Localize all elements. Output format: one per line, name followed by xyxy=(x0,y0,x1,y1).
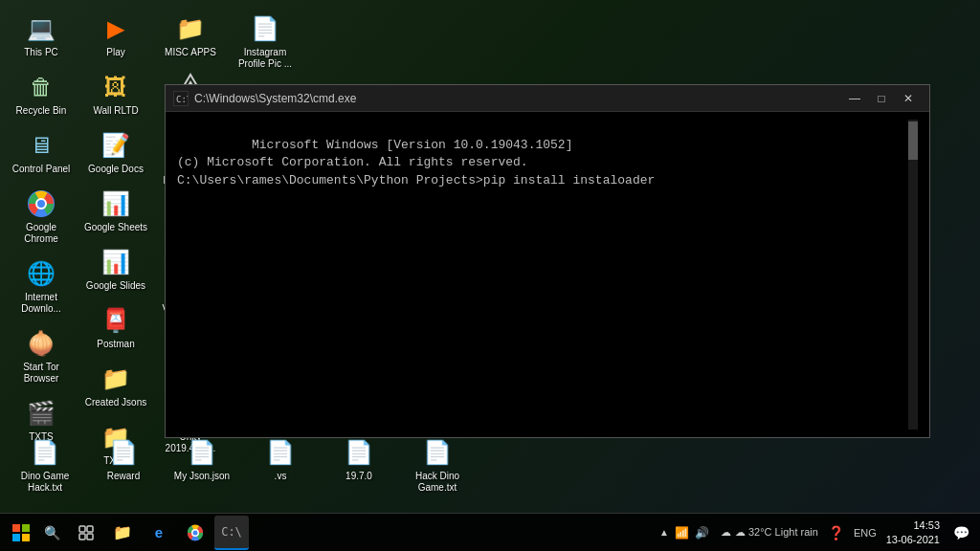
instagram-label: Instagram Profile Pic ... xyxy=(232,47,299,70)
cmd-title-text: C:\Windows\System32\cmd.exe xyxy=(194,92,841,105)
play-label: Play xyxy=(106,47,124,58)
desktop-icon-google-slides[interactable]: 📊 Google Slides xyxy=(78,241,153,298)
misc-apps-label: MISC APPS xyxy=(165,47,216,58)
my-json-label: My Json.json xyxy=(174,471,230,482)
taskbar-help-icon[interactable]: ❓ xyxy=(828,525,844,540)
taskbar-network-icon[interactable]: 📶 xyxy=(675,526,689,540)
desktop-icon-hack-dino[interactable]: 📄 Hack Dino Game.txt xyxy=(400,431,475,499)
start-button[interactable] xyxy=(4,516,38,550)
svg-rect-19 xyxy=(79,534,85,540)
sheets-icon: 📊 xyxy=(100,188,131,219)
desktop-icon-wall-rltd[interactable]: 🖼 Wall RLTD xyxy=(78,66,153,122)
hack-dino-icon: 📄 xyxy=(422,437,453,468)
this-pc-label: This PC xyxy=(24,47,58,58)
desktop-icon-vs[interactable]: 📄 .vs xyxy=(243,431,318,499)
wall-rltd-label: Wall RLTD xyxy=(93,105,138,117)
svg-rect-16 xyxy=(22,534,30,541)
sheets-label: Google Sheets xyxy=(84,222,147,233)
cmd-title-icon: C:\ xyxy=(173,91,189,106)
dino-game-label: Dino Game Hack.txt xyxy=(11,471,78,494)
desktop-icon-google-chrome[interactable]: Google Chrome xyxy=(4,183,78,251)
active-presenter-icon: 🎬 xyxy=(26,398,56,429)
desktop-icon-misc-apps[interactable]: 📁 MISC APPS xyxy=(153,8,228,64)
taskbar-notification-button[interactable]: 💬 xyxy=(949,521,972,544)
desktop-icon-postman[interactable]: 📮 Postman xyxy=(78,299,153,356)
taskbar-file-explorer[interactable]: 📁 xyxy=(105,516,140,550)
taskbar-edge[interactable]: e xyxy=(142,516,176,550)
cmd-titlebar: C:\ C:\Windows\System32\cmd.exe — □ ✕ xyxy=(166,85,929,112)
svg-rect-13 xyxy=(12,524,20,532)
taskbar: 🔍 📁 e xyxy=(0,513,980,551)
slides-icon: 📊 xyxy=(100,247,131,277)
taskbar-cmd[interactable]: C:\ xyxy=(214,516,249,550)
recycle-bin-icon: 🗑 xyxy=(26,72,56,102)
taskbar-pinned-icons: 📁 e C:\ xyxy=(69,516,249,550)
desktop-icon-recycle-bin[interactable]: 🗑 Recycle Bin xyxy=(4,66,78,122)
taskbar-right: ▲ 📶 🔊 ☁ ☁ 32°C Light rain ❓ ENG 14:53 13… xyxy=(659,518,972,546)
taskbar-date: 13-06-2021 xyxy=(886,533,940,546)
desktop-icon-1970[interactable]: 📄 19.7.0 xyxy=(322,431,396,499)
cmd-content: Microsoft Windows [Version 10.0.19043.10… xyxy=(177,120,908,430)
desktop-icon-instagram[interactable]: 📄 Instagram Profile Pic ... xyxy=(228,8,302,76)
cmd-body: Microsoft Windows [Version 10.0.19043.10… xyxy=(166,112,929,437)
postman-icon: 📮 xyxy=(100,305,131,336)
internet-download-icon: 🌐 xyxy=(26,258,56,289)
svg-rect-18 xyxy=(87,526,93,532)
taskbar-task-view[interactable] xyxy=(69,516,103,550)
cmd-maximize-button[interactable]: □ xyxy=(868,85,895,112)
svg-point-23 xyxy=(193,530,198,535)
cmd-output: Microsoft Windows [Version 10.0.19043.10… xyxy=(177,120,908,207)
desktop-icon-play[interactable]: ▶ Play xyxy=(78,8,153,64)
chrome-label: Google Chrome xyxy=(8,222,75,245)
reward-icon: 📄 xyxy=(108,437,139,468)
cmd-prompt: C:\Users\rames\Documents\Python Projects… xyxy=(177,173,655,187)
svg-text:C:\: C:\ xyxy=(176,95,188,104)
svg-rect-15 xyxy=(12,534,20,541)
docs-icon: 📝 xyxy=(100,130,131,161)
svg-rect-17 xyxy=(79,526,85,532)
vs-label: .vs xyxy=(275,471,287,482)
cmd-controls: — □ ✕ xyxy=(841,85,922,112)
taskbar-chrome[interactable] xyxy=(178,516,212,550)
dino-game-icon: 📄 xyxy=(30,437,60,468)
desktop-icon-google-docs[interactable]: 📝 Google Docs xyxy=(78,124,153,181)
taskbar-up-arrow[interactable]: ▲ xyxy=(659,527,669,538)
recycle-bin-label: Recycle Bin xyxy=(16,105,67,117)
desktop-icon-created-jsons[interactable]: 📁 Created Jsons xyxy=(78,358,153,414)
weather-text: ☁ 32°C Light rain xyxy=(735,526,818,539)
desktop-icon-internet-download[interactable]: 🌐 Internet Downlo... xyxy=(4,253,78,320)
desktop-icon-start-tor[interactable]: 🧅 Start Tor Browser xyxy=(4,322,78,390)
taskbar-sys-icons: ▲ 📶 🔊 xyxy=(659,526,709,540)
taskbar-clock[interactable]: 14:53 13-06-2021 xyxy=(886,518,940,546)
desktop-icon-dino-game[interactable]: 📄 Dino Game Hack.txt xyxy=(8,431,82,499)
1970-icon: 📄 xyxy=(344,437,374,468)
taskbar-search-button[interactable]: 🔍 xyxy=(38,518,65,547)
docs-label: Google Docs xyxy=(88,164,144,175)
instagram-icon: 📄 xyxy=(250,13,280,44)
misc-apps-icon: 📁 xyxy=(175,13,206,44)
desktop-icon-reward[interactable]: 📄 Reward xyxy=(86,431,161,499)
taskbar-time: 14:53 xyxy=(886,518,940,532)
cmd-close-button[interactable]: ✕ xyxy=(895,85,922,112)
desktop-icon-this-pc[interactable]: 💻 This PC xyxy=(4,8,78,64)
jsons-icon: 📁 xyxy=(100,364,131,394)
taskbar-volume-icon[interactable]: 🔊 xyxy=(695,526,709,540)
desktop: 💻 This PC 🗑 Recycle Bin 🖥 Control Panel xyxy=(0,0,980,551)
control-panel-label: Control Panel xyxy=(12,164,71,175)
svg-point-4 xyxy=(37,200,45,208)
taskbar-lang[interactable]: ENG xyxy=(854,527,877,539)
control-panel-icon: 🖥 xyxy=(26,130,56,161)
desktop-icon-my-json[interactable]: 📄 My Json.json xyxy=(165,431,239,499)
svg-rect-14 xyxy=(22,524,30,532)
chrome-icon xyxy=(26,188,56,219)
vs-icon: 📄 xyxy=(265,437,296,468)
postman-label: Postman xyxy=(97,339,134,350)
svg-rect-20 xyxy=(87,534,93,540)
desktop-icon-google-sheets[interactable]: 📊 Google Sheets xyxy=(78,183,153,239)
desktop-icon-control-panel[interactable]: 🖥 Control Panel xyxy=(4,124,78,181)
play-icon: ▶ xyxy=(100,13,131,44)
cmd-minimize-button[interactable]: — xyxy=(841,85,868,112)
jsons-label: Created Jsons xyxy=(85,397,146,408)
cmd-scrollbar[interactable] xyxy=(908,120,918,430)
taskbar-weather[interactable]: ☁ ☁ 32°C Light rain xyxy=(721,526,818,539)
